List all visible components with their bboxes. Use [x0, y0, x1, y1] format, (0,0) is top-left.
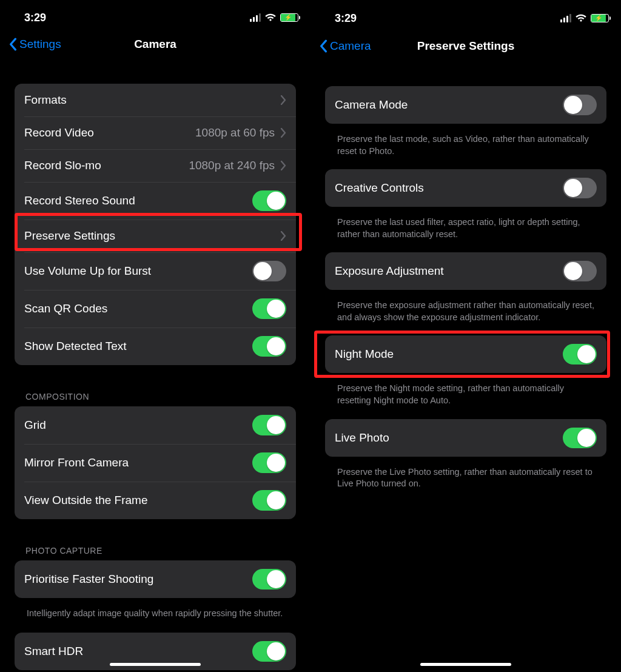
row-creative-controls: Creative Controls [325, 169, 606, 207]
home-indicator[interactable] [420, 663, 511, 666]
back-button[interactable]: Settings [8, 38, 61, 51]
section-header-composition: COMPOSITION [15, 377, 296, 406]
back-button[interactable]: Camera [319, 39, 371, 53]
home-indicator[interactable] [110, 663, 201, 666]
toggle-volume-burst[interactable] [252, 261, 286, 281]
wifi-icon [575, 14, 587, 22]
footer-text: Preserve the Live Photo setting, rather … [325, 462, 606, 490]
row-value: 1080p at 60 fps [195, 126, 275, 139]
row-record-video[interactable]: Record Video 1080p at 60 fps [15, 116, 296, 149]
page-title: Camera [134, 38, 176, 51]
back-label: Settings [19, 38, 61, 51]
cellular-signal-icon [560, 14, 571, 22]
cellular-signal-icon [250, 13, 261, 22]
row-formats[interactable]: Formats [15, 84, 296, 116]
status-time: 3:29 [335, 12, 357, 25]
row-label: Grid [24, 418, 46, 432]
nav-header: Settings Camera [0, 29, 310, 59]
row-label: Record Stereo Sound [24, 194, 135, 207]
row-label: Camera Mode [335, 98, 408, 112]
row-outside-frame: View Outside the Frame [15, 482, 296, 519]
chevron-right-icon [281, 95, 286, 105]
row-night-mode: Night Mode [325, 335, 606, 373]
toggle-night-mode[interactable] [563, 344, 597, 365]
chevron-right-icon [281, 128, 286, 138]
row-preserve-settings[interactable]: Preserve Settings [15, 220, 296, 252]
row-record-slomo[interactable]: Record Slo-mo 1080p at 240 fps [15, 149, 296, 182]
footer-text: Preserve the last mode, such as Video, r… [325, 129, 606, 157]
status-time: 3:29 [24, 12, 46, 24]
toggle-live-photo[interactable] [563, 428, 597, 448]
toggle-detected-text[interactable] [252, 336, 286, 357]
toggle-grid[interactable] [252, 415, 286, 435]
status-icons: ⚡ [250, 13, 298, 22]
row-mirror: Mirror Front Camera [15, 444, 296, 482]
row-label: Smart HDR [24, 645, 83, 658]
row-label: Creative Controls [335, 181, 424, 195]
wifi-icon [264, 13, 277, 22]
battery-icon: ⚡ [591, 14, 609, 22]
back-label: Camera [330, 39, 371, 53]
chevron-left-icon [8, 38, 17, 51]
row-label: Use Volume Up for Burst [24, 264, 151, 278]
row-label: Exposure Adjustment [335, 264, 444, 278]
section-header-photo-capture: PHOTO CAPTURE [15, 531, 296, 560]
battery-icon: ⚡ [280, 13, 298, 22]
row-label: Record Video [24, 126, 94, 139]
status-bar: 3:29 ⚡ [310, 0, 621, 30]
page-title: Preserve Settings [417, 39, 515, 53]
row-detected-text: Show Detected Text [15, 328, 296, 365]
chevron-left-icon [319, 39, 327, 53]
row-volume-burst: Use Volume Up for Burst [15, 252, 296, 290]
row-prioritise-faster: Prioritise Faster Shooting [15, 560, 296, 598]
toggle-mirror[interactable] [252, 452, 286, 473]
row-value: 1080p at 240 fps [189, 159, 275, 172]
footer-text: Preserve the last used filter, aspect ra… [325, 212, 606, 240]
footer-text: Intelligently adapt image quality when r… [15, 603, 296, 620]
row-label: Night Mode [335, 348, 394, 361]
row-label: Record Slo-mo [24, 159, 101, 172]
toggle-scan-qr[interactable] [252, 298, 286, 319]
row-grid: Grid [15, 406, 296, 444]
row-label: Formats [24, 93, 67, 107]
toggle-smart-hdr[interactable] [252, 641, 286, 662]
row-label: Mirror Front Camera [24, 456, 129, 469]
row-scan-qr: Scan QR Codes [15, 290, 296, 328]
row-label: Scan QR Codes [24, 302, 107, 315]
toggle-stereo-sound[interactable] [252, 190, 286, 211]
row-stereo-sound: Record Stereo Sound [15, 182, 296, 220]
toggle-creative-controls[interactable] [563, 178, 597, 198]
row-exposure-adjustment: Exposure Adjustment [325, 252, 606, 290]
row-label: View Outside the Frame [24, 494, 147, 507]
toggle-prioritise-faster[interactable] [252, 569, 286, 590]
status-icons: ⚡ [560, 14, 609, 22]
row-live-photo: Live Photo [325, 419, 606, 457]
nav-header: Camera Preserve Settings [310, 30, 621, 62]
toggle-exposure-adjustment[interactable] [563, 261, 597, 281]
footer-text: Preserve the exposure adjustment rather … [325, 295, 606, 323]
toggle-outside-frame[interactable] [252, 490, 286, 511]
row-label: Show Detected Text [24, 340, 127, 353]
toggle-camera-mode[interactable] [563, 95, 597, 115]
row-label: Preserve Settings [24, 229, 115, 243]
footer-text: Preserve the Night mode setting, rather … [325, 378, 606, 406]
row-camera-mode: Camera Mode [325, 86, 606, 124]
status-bar: 3:29 ⚡ [0, 0, 310, 29]
chevron-right-icon [281, 161, 286, 170]
row-label: Prioritise Faster Shooting [24, 573, 153, 586]
row-label: Live Photo [335, 431, 389, 445]
chevron-right-icon [281, 231, 286, 241]
